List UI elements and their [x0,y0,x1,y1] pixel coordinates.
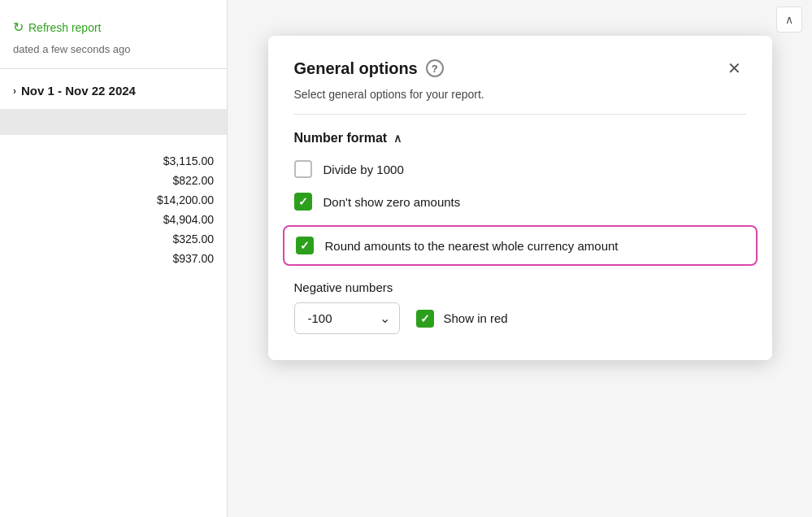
modal-header: General options ? ✕ [294,59,746,78]
amount-row: $4,904.00 [13,210,214,229]
option-round-amounts: ✓ Round amounts to the nearest whole cur… [283,225,758,266]
gray-bar [0,109,227,135]
modal-title-group: General options ? [294,59,444,78]
divider [0,68,227,69]
amount-row: $937.00 [13,249,214,268]
modal-subtitle: Select general options for your report. [294,88,746,101]
checkbox-show-in-red[interactable]: ✓ [416,310,434,328]
main-content: ∧ General options ? ✕ Select general opt… [228,0,812,517]
checkbox-round-amounts[interactable]: ✓ [296,237,314,254]
option-round-amounts-label: Round amounts to the nearest whole curre… [325,239,619,253]
option-divide-by-1000-label: Divide by 1000 [323,163,404,176]
updated-text: dated a few seconds ago [0,41,227,65]
amount-row: $3,115.00 [13,151,214,171]
date-range-arrow-icon: › [13,85,16,97]
checkbox-divide-by-1000[interactable] [294,160,312,178]
show-in-red-label: Show in red [444,311,508,325]
number-format-label: Number format [294,131,388,146]
amount-row: $14,200.00 [13,190,214,210]
option-dont-show-zero-label: Don't show zero amounts [323,195,461,209]
sidebar: ↻ Refresh report dated a few seconds ago… [0,0,228,517]
close-button[interactable]: ✕ [723,59,746,78]
refresh-button[interactable]: ↻ Refresh report [0,13,227,41]
checkbox-dont-show-zero[interactable]: ✓ [294,193,312,211]
amount-row: $822.00 [13,171,214,190]
general-options-modal: General options ? ✕ Select general optio… [268,36,772,360]
show-in-red-group: ✓ Show in red [416,310,508,328]
negative-format-select[interactable]: -100 (100) -100.00 [294,302,400,334]
amounts-list: $3,115.00 $822.00 $14,200.00 $4,904.00 $… [0,145,227,275]
option-dont-show-zero: ✓ Don't show zero amounts [294,193,746,211]
date-range[interactable]: › Nov 1 - Nov 22 2024 [0,72,227,109]
modal-title: General options [294,59,418,78]
refresh-label: Refresh report [28,21,101,34]
negative-format-select-wrapper: -100 (100) -100.00 ⌄ [294,302,400,334]
modal-overlay: General options ? ✕ Select general optio… [228,36,812,517]
negative-numbers-controls: -100 (100) -100.00 ⌄ ✓ Show in red [294,302,746,334]
negative-numbers-section: Negative numbers -100 (100) -100.00 ⌄ ✓ … [294,280,746,334]
section-chevron-icon[interactable]: ∧ [393,132,402,145]
number-format-section-header: Number format ∧ [294,131,746,146]
negative-numbers-label: Negative numbers [294,280,746,294]
chevron-up-icon: ∧ [785,13,793,26]
date-range-label: Nov 1 - Nov 22 2024 [21,84,136,98]
help-icon[interactable]: ? [426,59,444,77]
refresh-icon: ↻ [13,20,24,35]
option-divide-by-1000: Divide by 1000 [294,160,746,178]
amount-row: $325.00 [13,229,214,249]
modal-divider [294,114,746,115]
collapse-button[interactable]: ∧ [776,7,802,33]
